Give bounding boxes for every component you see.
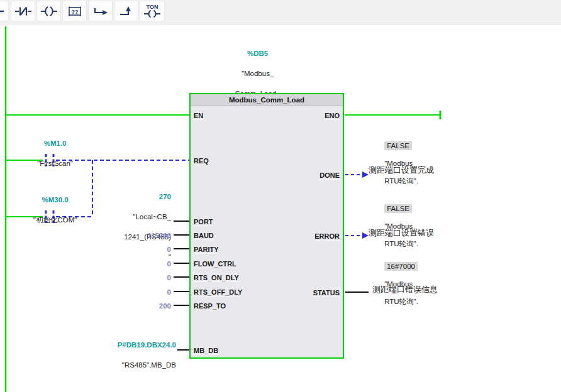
status-comment: 测距端口错误信息: [372, 285, 438, 294]
pin-parity: PARITY: [194, 246, 219, 254]
done-arrow: [362, 172, 369, 178]
error-arrow: [362, 232, 369, 239]
modbus-comm-load-block[interactable]: Modbus_Comm_Load EN ENO REQ DONE PORT BA…: [189, 93, 344, 359]
tia-portal-ladder-editor: ?? TON: [0, 0, 561, 392]
db-address: %DB5: [247, 50, 268, 57]
rts-on-dly-value[interactable]: 0: [101, 273, 171, 283]
done-comment: 测距端口设置完成: [369, 165, 434, 175]
pin-done: DONE: [319, 172, 340, 180]
flow-ctrl-value[interactable]: 0: [101, 259, 171, 269]
pin-rts-off-dly: RTS_OFF_DLY: [194, 288, 242, 297]
pin-rts-on-dly: RTS_ON_DLY: [194, 274, 239, 282]
resp-to-value[interactable]: 200: [101, 301, 171, 311]
pin-eno: ENO: [325, 112, 340, 120]
block-title: Modbus_Comm_Load: [191, 94, 343, 106]
pin-error: ERROR: [314, 232, 340, 241]
pin-en: EN: [194, 112, 203, 120]
done-monitor[interactable]: FALSE "Modbus RTU轮询".: [372, 133, 418, 194]
pin-mb-db: MB_DB: [194, 347, 218, 355]
pin-baud: BAUD: [194, 232, 214, 240]
pin-port: PORT: [194, 218, 213, 226]
pin-resp-to: RESP_TO: [194, 302, 226, 310]
error-comment: 测距端口设置错误: [369, 228, 434, 237]
error-monitor[interactable]: FALSE "Modbus RTU轮询".: [372, 195, 418, 257]
rts-off-dly-value[interactable]: 0: [101, 287, 171, 297]
pin-status: STATUS: [313, 289, 340, 297]
status-value: 16#7000: [384, 262, 418, 271]
baud-value[interactable]: 115200: [101, 231, 171, 241]
error-value: FALSE: [384, 204, 412, 213]
mb-db-operand[interactable]: P#DB19.DBX24.0 "RS485".MB_DB: [82, 330, 176, 380]
pin-flow-ctrl: FLOW_CTRL: [194, 260, 236, 268]
network-canvas: %DB5 "Modbus_ Comm_Load_ DB" %M1.0 "Firs…: [0, 0, 561, 392]
parity-value[interactable]: 0: [101, 244, 171, 254]
status-monitor[interactable]: 16#7000 "Modbus RTU轮询".: [372, 253, 418, 315]
done-value: FALSE: [384, 141, 412, 150]
pin-req: REQ: [194, 157, 209, 165]
contact1-operand[interactable]: %M1.0 "FirstScan": [6, 128, 92, 178]
